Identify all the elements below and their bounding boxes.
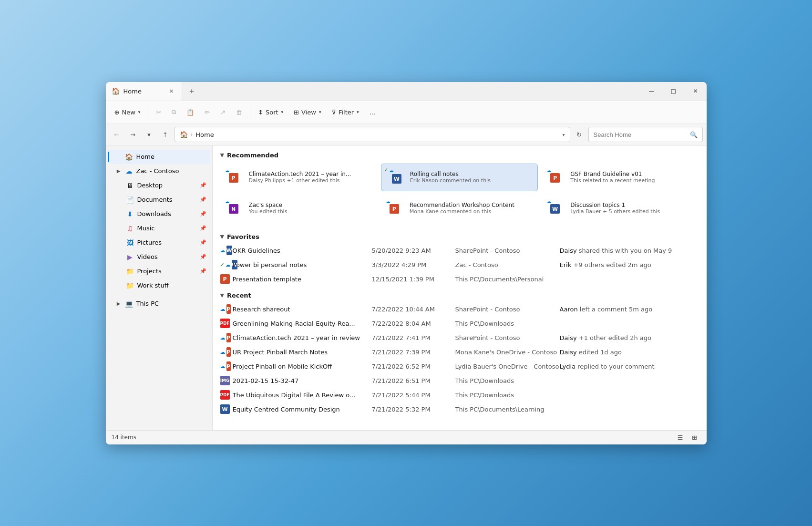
recent-date-5: 7/21/2022 6:51 PM xyxy=(371,377,455,384)
recent-activity-4: Lydia replied to your comment xyxy=(560,363,699,370)
recent-location-2: SharePoint - Contoso xyxy=(455,334,560,341)
back-button[interactable]: ← xyxy=(110,127,124,142)
fav-row-1[interactable]: ✓ ☁ W Power bi personal notes 3/3/2022 4… xyxy=(213,258,707,272)
toolbar: ⊕ New ▾ ✂ ⧉ 📋 ✏ ↗ 🗑 ↕ Sort ▾ ⊞ xyxy=(106,101,707,124)
grid-view-button[interactable]: ⊞ xyxy=(689,432,701,443)
cloud-icon: ☁ xyxy=(220,306,226,312)
recent-location-7: This PC\Documents\Learning xyxy=(455,406,560,413)
pictures-label: Pictures xyxy=(137,239,197,246)
paste-button[interactable]: 📋 xyxy=(182,104,199,120)
sidebar: 🏠 Home ▶ ☁ Zac - Contoso 🖥 Desktop 📌 📄 D… xyxy=(106,146,213,430)
thispc-label: This PC xyxy=(136,300,206,307)
new-icon: ⊕ xyxy=(114,109,120,116)
title-tab[interactable]: 🏠 Home ✕ xyxy=(106,82,182,101)
cut-button[interactable]: ✂ xyxy=(151,104,166,120)
sidebar-item-pictures[interactable]: 🖼 Pictures 📌 xyxy=(108,236,210,250)
recent-name-3: UR Project Pinball March Notes xyxy=(233,349,372,356)
recommended-chevron[interactable]: ▼ xyxy=(220,152,224,158)
fav-row-2[interactable]: P Presentation template 12/15/2021 1:39 … xyxy=(213,272,707,286)
zac-label: Zac - Contoso xyxy=(136,167,206,175)
downloads-label: Downloads xyxy=(137,210,197,217)
sidebar-item-projects[interactable]: 📁 Projects 📌 xyxy=(108,264,210,278)
recent-icon-7: W xyxy=(220,404,231,414)
rec-card-1[interactable]: ✓ ☁ W Rolling call notes Erik Nason comm… xyxy=(381,164,538,191)
word-icon: W xyxy=(226,246,232,255)
rec-card-2[interactable]: ☁ P GSF Brand Guideline v01 This related… xyxy=(542,164,699,191)
new-tab-button[interactable]: ＋ xyxy=(184,83,199,99)
sidebar-item-downloads[interactable]: ⬇ Downloads 📌 xyxy=(108,207,210,221)
expand-arrow: ▶ xyxy=(115,168,122,174)
sidebar-item-zac[interactable]: ▶ ☁ Zac - Contoso xyxy=(108,164,210,178)
delete-button[interactable]: 🗑 xyxy=(231,104,247,120)
rename-button[interactable]: ✏ xyxy=(200,104,215,120)
recent-row-5[interactable]: IMG 2021-02-15 15-32-47 7/21/2022 6:51 P… xyxy=(213,373,707,388)
rec-card-5[interactable]: ☁ W Discussion topics 1 Lydia Bauer + 5 … xyxy=(542,195,699,222)
rec-card-meta-3: You edited this xyxy=(249,208,372,215)
rec-card-info-4: Recommendation Workshop Content Mona Kan… xyxy=(410,202,533,215)
rec-card-0[interactable]: ☁ P ClimateAction.tech 2021 – year in...… xyxy=(220,164,377,191)
recent-locations-button[interactable]: ▾ xyxy=(142,127,156,142)
sidebar-item-music[interactable]: ♫ Music 📌 xyxy=(108,221,210,236)
recent-row-3[interactable]: ☁ P UR Project Pinball March Notes 7/21/… xyxy=(213,345,707,359)
cloud-drive-icon: ☁ xyxy=(125,167,134,175)
search-box[interactable]: 🔍 xyxy=(588,127,703,142)
view-button[interactable]: ⊞ View ▾ xyxy=(289,104,326,120)
activity-name: Daisy xyxy=(560,349,577,356)
favorites-chevron[interactable]: ▼ xyxy=(220,234,224,240)
copy-button[interactable]: ⧉ xyxy=(167,104,181,120)
recent-row-1[interactable]: PDF Greenlining-Making-Racial-Equity-Rea… xyxy=(213,316,707,330)
filter-button[interactable]: ⊽ Filter ▾ xyxy=(327,104,363,120)
fav-icon-2: P xyxy=(220,274,231,284)
sidebar-item-desktop[interactable]: 🖥 Desktop 📌 xyxy=(108,178,210,193)
sidebar-item-videos[interactable]: ▶ Videos 📌 xyxy=(108,250,210,264)
fav-icon-0: ☁ W xyxy=(220,246,231,255)
minimize-button[interactable]: — xyxy=(641,82,663,101)
rec-card-4[interactable]: ☁ P Recommendation Workshop Content Mona… xyxy=(381,195,538,222)
rec-icon-0: ☁ P xyxy=(225,168,244,187)
check-icon: ✓ xyxy=(220,262,225,268)
desktop-icon: 🖥 xyxy=(126,182,134,189)
activity-rest-0: shared this with you on May 9 xyxy=(577,247,672,254)
pin-icon: 📌 xyxy=(200,254,206,260)
downloads-icon: ⬇ xyxy=(126,210,134,218)
ppt-icon: P xyxy=(226,347,231,357)
more-icon: ... xyxy=(370,109,375,116)
sidebar-item-home[interactable]: 🏠 Home xyxy=(108,150,210,164)
refresh-button[interactable]: ↻ xyxy=(572,127,586,142)
rec-card-3[interactable]: ☁ N Zac's space You edited this xyxy=(220,195,377,222)
sort-button[interactable]: ↕ Sort ▾ xyxy=(253,104,288,120)
recent-row-0[interactable]: ☁ P Research shareout 7/22/2022 10:44 AM… xyxy=(213,302,707,316)
sidebar-item-documents[interactable]: 📄 Documents 📌 xyxy=(108,193,210,207)
new-button[interactable]: ⊕ New ▾ xyxy=(110,104,145,120)
recent-row-6[interactable]: PDF The Ubiquitous Digital File A Review… xyxy=(213,388,707,402)
share-button[interactable]: ↗ xyxy=(216,104,230,120)
recent-location-1: This PC\Downloads xyxy=(455,320,560,327)
list-view-button[interactable]: ☰ xyxy=(674,432,687,443)
tab-close-button[interactable]: ✕ xyxy=(167,87,176,95)
forward-button[interactable]: → xyxy=(126,127,140,142)
recent-row-7[interactable]: W Equity Centred Community Design 7/21/2… xyxy=(213,402,707,416)
maximize-button[interactable]: □ xyxy=(663,82,685,101)
address-box[interactable]: 🏠 › Home ▾ xyxy=(175,127,570,142)
cloud-icon: ☁ xyxy=(220,335,226,341)
recent-row-2[interactable]: ☁ P ClimateAction.tech 2021 – year in re… xyxy=(213,330,707,345)
img-icon: IMG xyxy=(220,376,230,385)
recent-date-3: 7/21/2022 7:39 PM xyxy=(371,349,455,356)
sidebar-item-thispc[interactable]: ▶ 💻 This PC xyxy=(108,297,210,311)
favorites-label: Favorites xyxy=(227,233,259,240)
recent-location-4: Lydia Bauer's OneDrive - Contoso xyxy=(455,363,560,370)
recent-row-4[interactable]: ☁ P Project Pinball on Mobile KickOff 7/… xyxy=(213,359,707,373)
up-button[interactable]: ↑ xyxy=(158,127,173,142)
sidebar-item-workstuff[interactable]: 📁 Work stuff xyxy=(108,278,210,293)
recent-chevron[interactable]: ▼ xyxy=(220,292,224,299)
close-button[interactable]: ✕ xyxy=(685,82,707,101)
search-input[interactable] xyxy=(594,131,687,138)
fav-activity-0: Daisy shared this with you on May 9 xyxy=(560,247,699,254)
rec-card-info-0: ClimateAction.tech 2021 – year in... Dai… xyxy=(249,171,372,184)
fav-date-1: 3/3/2022 4:29 PM xyxy=(371,261,455,268)
view-caret: ▾ xyxy=(319,110,321,114)
activity-name: Daisy xyxy=(560,334,577,341)
recommended-label: Recommended xyxy=(227,152,278,159)
more-button[interactable]: ... xyxy=(365,104,380,120)
fav-row-0[interactable]: ☁ W OKR Guidelines 5/20/2022 9:23 AM Sha… xyxy=(213,243,707,258)
